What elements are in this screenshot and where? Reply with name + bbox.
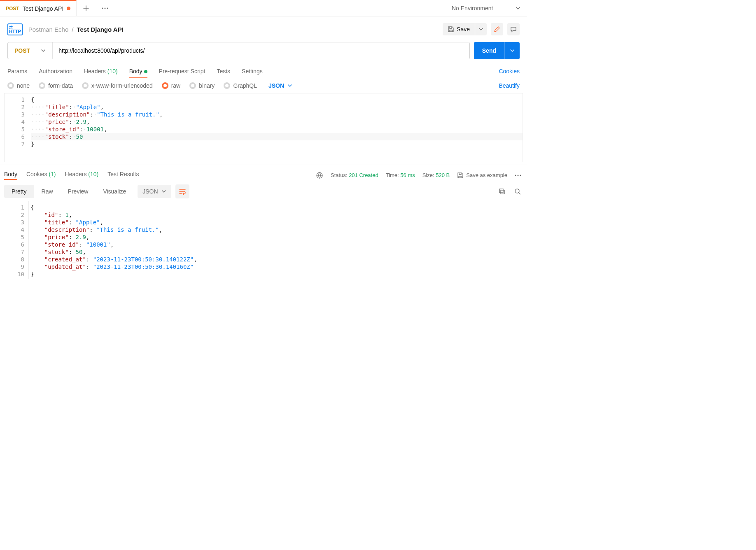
body-type-binary[interactable]: binary [189, 82, 215, 89]
body-type-formdata[interactable]: form-data [39, 82, 73, 89]
request-tab[interactable]: POST Test Django API [0, 0, 77, 16]
tab-params[interactable]: Params [7, 68, 27, 78]
response-language-select[interactable]: JSON [138, 185, 171, 198]
save-button-group: Save [443, 23, 487, 35]
unsaved-indicator-icon [67, 7, 70, 10]
send-menu-button[interactable] [504, 42, 520, 59]
resp-tab-testresults[interactable]: Test Results [107, 171, 139, 179]
body-type-graphql[interactable]: GraphQL [224, 82, 257, 89]
breadcrumb-separator: / [72, 26, 73, 33]
request-header: HTTP Postman Echo / Test Django API Save [0, 16, 527, 42]
method-select[interactable]: POST [8, 42, 53, 59]
comment-icon [510, 26, 517, 33]
chevron-down-icon [516, 6, 520, 11]
body-type-row: none form-data x-www-form-urlencoded raw… [0, 78, 527, 93]
save-as-example-button[interactable]: Save as example [457, 172, 507, 179]
save-icon [457, 172, 464, 179]
response-more-button[interactable] [515, 175, 521, 176]
view-mode-segment: Pretty Raw Preview Visualize [4, 185, 133, 198]
header-actions: Save [443, 23, 520, 35]
chevron-down-icon [510, 48, 515, 53]
http-icon: HTTP [7, 23, 23, 35]
view-visualize[interactable]: Visualize [96, 185, 133, 198]
code-lines: { "id": 1, "title": "Apple", "descriptio… [29, 201, 523, 279]
new-tab-button[interactable] [77, 0, 96, 16]
resp-tab-body[interactable]: Body [4, 171, 17, 179]
wrap-icon [179, 188, 186, 195]
svg-point-2 [107, 7, 108, 9]
response-toolbar-right [498, 188, 521, 195]
body-type-urlencoded[interactable]: x-www-form-urlencoded [82, 82, 153, 89]
beautify-button[interactable]: Beautify [499, 82, 520, 89]
status-info: Status: 201 Created [331, 172, 378, 178]
body-language-select[interactable]: JSON [268, 82, 292, 89]
tab-bar: POST Test Django API No Environment [0, 0, 527, 16]
resp-tab-cookies[interactable]: Cookies (1) [26, 171, 56, 179]
breadcrumb-request: Test Django API [77, 26, 123, 33]
response-view-row: Pretty Raw Preview Visualize JSON [0, 182, 527, 201]
globe-icon[interactable] [316, 172, 323, 179]
svg-point-4 [515, 175, 516, 176]
url-row: POST Send [0, 42, 527, 65]
environment-label: No Environment [452, 5, 493, 12]
chevron-down-icon [287, 83, 292, 88]
search-icon [514, 188, 521, 195]
chevron-down-icon [161, 189, 166, 194]
tab-method: POST [6, 6, 19, 12]
copy-button[interactable] [498, 188, 506, 195]
tab-body[interactable]: Body [129, 68, 147, 78]
response-body-viewer[interactable]: 12345678910 { "id": 1, "title": "Apple",… [4, 201, 523, 279]
svg-point-5 [518, 175, 519, 176]
modified-indicator-icon [144, 70, 147, 73]
breadcrumb-collection[interactable]: Postman Echo [28, 26, 69, 33]
view-pretty[interactable]: Pretty [4, 185, 34, 198]
tab-prerequest[interactable]: Pre-request Script [159, 68, 205, 78]
tab-tests[interactable]: Tests [217, 68, 230, 78]
svg-point-9 [515, 189, 519, 193]
view-raw[interactable]: Raw [34, 185, 61, 198]
method-url-group: POST [7, 42, 470, 59]
breadcrumb: Postman Echo / Test Django API [28, 26, 124, 33]
svg-rect-7 [499, 189, 503, 193]
save-button[interactable]: Save [443, 23, 475, 35]
tab-authorization[interactable]: Authorization [39, 68, 72, 78]
save-menu-button[interactable] [475, 23, 487, 35]
chevron-down-icon [41, 48, 46, 53]
comments-button[interactable] [507, 23, 520, 35]
body-type-raw[interactable]: raw [162, 82, 181, 89]
code-lines: {····"title":·"Apple",····"description":… [29, 93, 523, 162]
size-info: Size: 520 B [422, 172, 450, 178]
tab-headers[interactable]: Headers (10) [84, 68, 118, 78]
view-preview[interactable]: Preview [61, 185, 96, 198]
send-button-group: Send [474, 42, 520, 59]
request-subtabs: Params Authorization Headers (10) Body P… [0, 65, 527, 78]
response-subtabs: Body Cookies (1) Headers (10) Test Resul… [0, 165, 527, 182]
gutter: 12345678910 [4, 201, 29, 279]
copy-icon [498, 188, 506, 195]
tab-settings[interactable]: Settings [242, 68, 263, 78]
cookies-link[interactable]: Cookies [499, 68, 520, 78]
request-body-editor[interactable]: 1234567 {····"title":·"Apple",····"descr… [4, 93, 523, 162]
url-input[interactable] [53, 42, 469, 59]
svg-point-0 [102, 7, 103, 9]
time-info: Time: 56 ms [386, 172, 415, 178]
body-type-none[interactable]: none [7, 82, 30, 89]
environment-select[interactable]: No Environment [445, 0, 527, 16]
tab-overflow-button[interactable] [96, 0, 114, 16]
edit-button[interactable] [491, 23, 503, 35]
svg-point-6 [520, 175, 521, 176]
save-icon [448, 26, 454, 33]
pencil-icon [494, 26, 500, 33]
svg-point-1 [105, 7, 106, 9]
resp-tab-headers[interactable]: Headers (10) [65, 171, 99, 179]
tab-title: Test Django API [23, 5, 64, 12]
svg-rect-8 [501, 190, 504, 194]
search-response-button[interactable] [514, 188, 521, 195]
gutter: 1234567 [5, 93, 29, 162]
chevron-down-icon [478, 27, 483, 32]
response-meta: Status: 201 Created Time: 56 ms Size: 52… [316, 172, 521, 179]
send-button[interactable]: Send [474, 42, 504, 59]
word-wrap-button[interactable] [175, 184, 189, 198]
